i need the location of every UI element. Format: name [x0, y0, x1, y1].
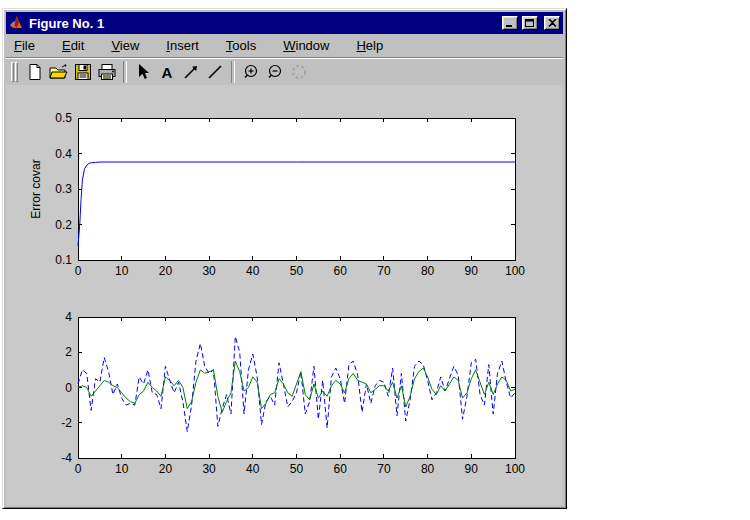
- maximize-icon: [525, 19, 535, 28]
- window-title: Figure No. 1: [29, 16, 498, 31]
- toolbar: A: [6, 58, 563, 87]
- new-document-icon: [26, 63, 44, 81]
- menu-window[interactable]: Window: [283, 38, 329, 53]
- line-tool-button[interactable]: [203, 61, 227, 83]
- svg-text:2: 2: [65, 345, 72, 359]
- menu-help[interactable]: Help: [356, 38, 383, 53]
- svg-text:0.1: 0.1: [55, 253, 72, 267]
- menu-file[interactable]: File: [14, 38, 35, 53]
- figure-plots: 01020304050607080901000.10.20.30.40.5Err…: [6, 85, 562, 505]
- close-icon: [548, 19, 557, 27]
- line-annotation-icon: [206, 63, 224, 81]
- text-tool-icon: A: [162, 64, 173, 81]
- zoom-in-icon: [242, 63, 261, 81]
- svg-text:10: 10: [115, 264, 129, 278]
- print-icon: [97, 63, 117, 81]
- svg-text:0.3: 0.3: [55, 182, 72, 196]
- print-figure-button[interactable]: [95, 61, 119, 83]
- pointer-tool-button[interactable]: [131, 61, 155, 83]
- toolbar-separator: [231, 61, 235, 83]
- open-folder-icon: [49, 63, 69, 81]
- arrow-annotation-icon: [182, 63, 200, 81]
- rotate-3d-icon: [290, 63, 308, 81]
- menubar: File Edit View Insert Tools Window Help: [6, 34, 563, 58]
- svg-text:-2: -2: [61, 416, 72, 430]
- arrow-tool-button[interactable]: [179, 61, 203, 83]
- menu-tools[interactable]: Tools: [226, 38, 256, 53]
- save-icon: [74, 63, 92, 81]
- close-button[interactable]: [544, 16, 560, 30]
- svg-text:70: 70: [377, 264, 391, 278]
- svg-text:10: 10: [115, 462, 129, 476]
- svg-text:40: 40: [246, 264, 260, 278]
- svg-text:0.4: 0.4: [55, 147, 72, 161]
- svg-text:Error covar: Error covar: [29, 159, 43, 218]
- svg-text:30: 30: [202, 462, 216, 476]
- menu-view[interactable]: View: [111, 38, 139, 53]
- zoom-out-icon: [266, 63, 285, 81]
- save-figure-button[interactable]: [71, 61, 95, 83]
- svg-text:90: 90: [465, 264, 479, 278]
- menu-insert[interactable]: Insert: [166, 38, 199, 53]
- new-figure-button[interactable]: [23, 61, 47, 83]
- text-tool-button[interactable]: A: [155, 61, 179, 83]
- svg-text:60: 60: [334, 264, 348, 278]
- figure-canvas: 01020304050607080901000.10.20.30.40.5Err…: [6, 85, 563, 505]
- minimize-button[interactable]: [502, 16, 518, 30]
- svg-text:40: 40: [246, 462, 260, 476]
- zoom-in-button[interactable]: [239, 61, 263, 83]
- svg-text:100: 100: [505, 264, 525, 278]
- svg-text:-4: -4: [61, 451, 72, 465]
- svg-text:70: 70: [377, 462, 391, 476]
- svg-text:50: 50: [290, 462, 304, 476]
- svg-text:20: 20: [159, 462, 173, 476]
- matlab-logo-icon: [9, 15, 25, 31]
- svg-text:60: 60: [334, 462, 348, 476]
- svg-text:80: 80: [421, 264, 435, 278]
- svg-text:30: 30: [202, 264, 216, 278]
- toolbar-gripper[interactable]: [11, 62, 18, 82]
- svg-text:80: 80: [421, 462, 435, 476]
- figure-window: Figure No. 1 File Edit View Insert Tools…: [2, 8, 567, 509]
- svg-text:50: 50: [290, 264, 304, 278]
- zoom-out-button[interactable]: [263, 61, 287, 83]
- toolbar-separator: [123, 61, 127, 83]
- svg-text:0: 0: [75, 462, 82, 476]
- pointer-tool-icon: [135, 63, 151, 81]
- rotate-3d-button[interactable]: [287, 61, 311, 83]
- menu-edit[interactable]: Edit: [62, 38, 84, 53]
- svg-text:0.5: 0.5: [55, 111, 72, 125]
- minimize-icon: [505, 19, 515, 28]
- svg-text:20: 20: [159, 264, 173, 278]
- open-figure-button[interactable]: [47, 61, 71, 83]
- svg-text:0: 0: [65, 381, 72, 395]
- titlebar[interactable]: Figure No. 1: [6, 12, 563, 34]
- svg-text:90: 90: [465, 462, 479, 476]
- svg-text:0.2: 0.2: [55, 218, 72, 232]
- maximize-button[interactable]: [522, 16, 538, 30]
- svg-text:100: 100: [505, 462, 525, 476]
- svg-text:0: 0: [75, 264, 82, 278]
- svg-text:4: 4: [65, 310, 72, 324]
